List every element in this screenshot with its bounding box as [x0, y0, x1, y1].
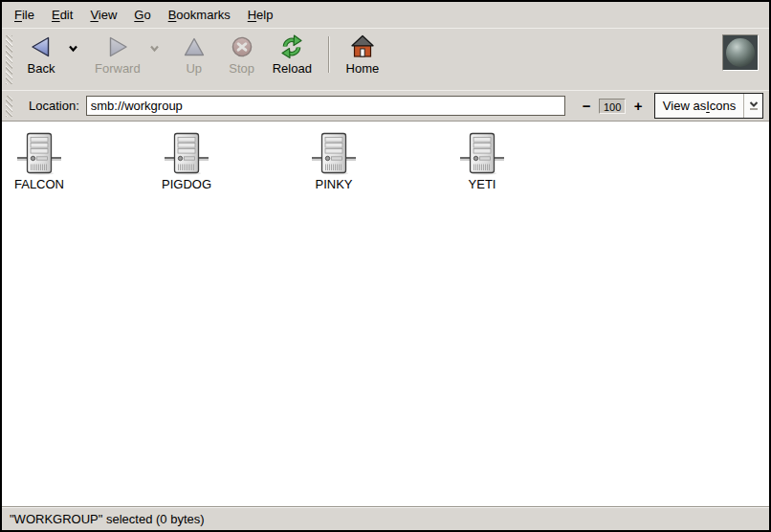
home-button[interactable]: Home: [339, 33, 386, 78]
menu-edit[interactable]: Edit: [43, 4, 81, 26]
back-history-dropdown[interactable]: [65, 36, 80, 61]
menu-bookmarks[interactable]: Bookmarks: [160, 4, 239, 26]
forward-history-dropdown[interactable]: [147, 36, 163, 61]
reload-button[interactable]: Reload: [266, 33, 319, 78]
status-bar: "WORKGROUP" selected (0 bytes): [2, 506, 769, 530]
home-icon: [350, 34, 375, 59]
server-name-label: PIGDOG: [162, 177, 211, 191]
smb-server-icon: [16, 130, 62, 176]
server-name-label: FALCON: [14, 177, 64, 191]
up-button[interactable]: Up: [170, 33, 218, 78]
chevron-down-icon: [68, 45, 78, 53]
view-as-dropdown-arrow[interactable]: [743, 94, 762, 118]
file-manager-window: File Edit View Go Bookmarks Help Back: [0, 0, 771, 532]
forward-arrow-icon: [105, 34, 130, 59]
forward-button-group: Forward: [88, 33, 163, 78]
server-name-label: YETI: [469, 177, 496, 191]
toolbar-separator: [328, 36, 329, 73]
view-as-dropdown[interactable]: View as Icons: [654, 93, 763, 119]
smb-server-icon: [311, 130, 357, 176]
reload-icon: [279, 34, 304, 59]
location-label: Location:: [29, 99, 79, 113]
status-text: "WORKGROUP" selected (0 bytes): [10, 512, 205, 526]
back-button-group: Back: [17, 33, 80, 78]
network-server-item[interactable]: PINKY: [281, 130, 386, 191]
zoom-out-button[interactable]: −: [579, 99, 594, 114]
stop-button[interactable]: Stop: [218, 33, 266, 78]
chevron-down-icon: [749, 101, 759, 107]
smb-server-icon: [164, 130, 209, 176]
network-server-item[interactable]: PIGDOG: [134, 130, 239, 191]
network-server-item[interactable]: YETI: [430, 130, 535, 191]
location-bar: Location: − 100 + View as Icons: [2, 90, 769, 121]
back-arrow-icon: [29, 34, 54, 59]
location-input[interactable]: [86, 96, 565, 116]
location-bar-grip-handle[interactable]: [6, 96, 12, 117]
smb-server-icon: [459, 130, 505, 176]
forward-button[interactable]: Forward: [88, 33, 147, 78]
toolbar: Back Forward: [2, 28, 769, 90]
throbber-sphere-icon: [722, 34, 759, 71]
menu-bar: File Edit View Go Bookmarks Help: [2, 2, 769, 28]
toolbar-grip-handle[interactable]: [6, 35, 12, 84]
stop-icon: [230, 34, 254, 59]
up-arrow-icon: [182, 34, 207, 59]
menu-view[interactable]: View: [81, 4, 125, 26]
chevron-down-icon: [149, 45, 160, 53]
menu-file[interactable]: File: [6, 4, 43, 26]
back-button[interactable]: Back: [17, 33, 65, 78]
network-server-item[interactable]: FALCON: [0, 130, 92, 191]
zoom-level-indicator[interactable]: 100: [599, 99, 626, 114]
menu-help[interactable]: Help: [239, 4, 282, 26]
zoom-in-button[interactable]: +: [630, 99, 646, 114]
icon-view-pane[interactable]: FALCON PIGDOG: [2, 121, 769, 506]
menu-go[interactable]: Go: [125, 4, 159, 26]
server-name-label: PINKY: [315, 177, 352, 191]
